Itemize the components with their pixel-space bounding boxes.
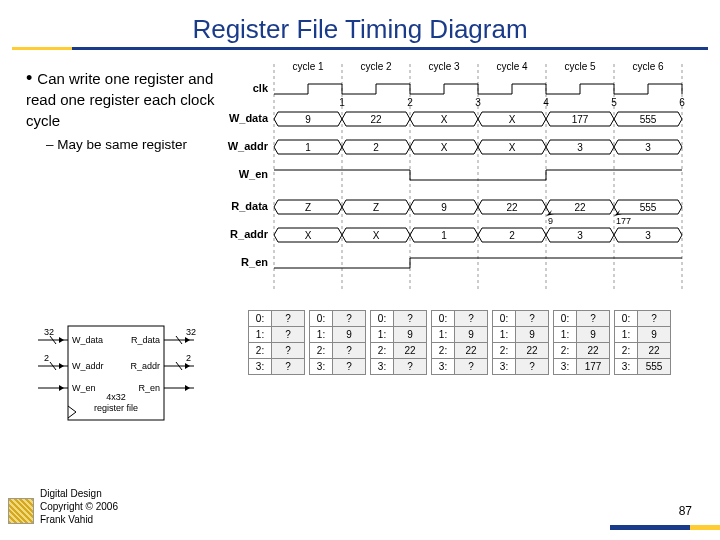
svg-text:W_data: W_data (229, 112, 269, 124)
svg-text:W_en: W_en (72, 383, 96, 393)
svg-text:6: 6 (679, 97, 685, 108)
footer-credits: Digital Design Copyright © 2006 Frank Va… (40, 487, 118, 526)
register-snapshots: 0:?1:?2:?3:?0:?1:92:?3:?0:?1:92:223:?0:?… (248, 310, 671, 375)
footer-line1: Digital Design (40, 487, 118, 500)
svg-text:R_en: R_en (241, 256, 268, 268)
page-number: 87 (679, 504, 692, 518)
corner-accent (610, 525, 720, 530)
svg-text:2: 2 (186, 353, 191, 363)
timing-diagram: cycle 1cycle 2cycle 3cycle 4cycle 5cycle… (222, 60, 692, 310)
svg-text:clk: clk (253, 82, 269, 94)
svg-text:555: 555 (640, 114, 657, 125)
svg-text:R_addr: R_addr (130, 361, 160, 371)
svg-text:2: 2 (373, 142, 379, 153)
footer-line2: Copyright © 2006 (40, 500, 118, 513)
svg-text:32: 32 (44, 327, 54, 337)
svg-text:9: 9 (305, 114, 311, 125)
svg-text:Z: Z (305, 202, 311, 213)
sub-bullet: May be same register (46, 137, 222, 152)
svg-text:3: 3 (645, 142, 651, 153)
svg-text:W_en: W_en (239, 168, 269, 180)
register-file-block-diagram: W_data32R_data32W_addr2R_addr2W_enR_en4x… (20, 320, 210, 450)
svg-text:22: 22 (370, 114, 382, 125)
svg-text:1: 1 (305, 142, 311, 153)
svg-text:W_data: W_data (72, 335, 103, 345)
svg-text:X: X (509, 142, 516, 153)
svg-text:X: X (509, 114, 516, 125)
svg-text:4: 4 (543, 97, 549, 108)
svg-text:2: 2 (44, 353, 49, 363)
svg-text:177: 177 (572, 114, 589, 125)
svg-text:Z: Z (373, 202, 379, 213)
svg-text:3: 3 (577, 230, 583, 241)
svg-text:2: 2 (509, 230, 515, 241)
svg-text:1: 1 (339, 97, 345, 108)
svg-text:cycle 5: cycle 5 (564, 61, 596, 72)
svg-text:X: X (373, 230, 380, 241)
svg-text:X: X (305, 230, 312, 241)
svg-text:R_data: R_data (131, 335, 160, 345)
svg-text:177: 177 (616, 216, 631, 226)
svg-text:cycle 1: cycle 1 (292, 61, 324, 72)
svg-text:22: 22 (574, 202, 586, 213)
svg-text:R_en: R_en (138, 383, 160, 393)
svg-text:3: 3 (645, 230, 651, 241)
svg-text:4x32: 4x32 (106, 392, 126, 402)
footer-line3: Frank Vahid (40, 513, 118, 526)
svg-text:5: 5 (611, 97, 617, 108)
svg-text:3: 3 (577, 142, 583, 153)
svg-text:9: 9 (548, 216, 553, 226)
svg-text:X: X (441, 142, 448, 153)
svg-text:cycle 6: cycle 6 (632, 61, 664, 72)
svg-text:X: X (441, 114, 448, 125)
svg-text:W_addr: W_addr (228, 140, 269, 152)
svg-text:3: 3 (475, 97, 481, 108)
svg-text:R_data: R_data (231, 200, 269, 212)
svg-text:register file: register file (94, 403, 138, 413)
svg-text:W_addr: W_addr (72, 361, 104, 371)
svg-text:555: 555 (640, 202, 657, 213)
svg-text:cycle 4: cycle 4 (496, 61, 528, 72)
svg-text:9: 9 (441, 202, 447, 213)
svg-text:cycle 3: cycle 3 (428, 61, 460, 72)
logo-icon (8, 498, 34, 524)
bullet-main: Can write one register and read one regi… (26, 66, 222, 131)
page-title: Register File Timing Diagram (0, 14, 720, 45)
svg-text:cycle 2: cycle 2 (360, 61, 392, 72)
svg-text:R_addr: R_addr (230, 228, 269, 240)
svg-text:32: 32 (186, 327, 196, 337)
svg-text:1: 1 (441, 230, 447, 241)
svg-text:2: 2 (407, 97, 413, 108)
svg-text:22: 22 (506, 202, 518, 213)
